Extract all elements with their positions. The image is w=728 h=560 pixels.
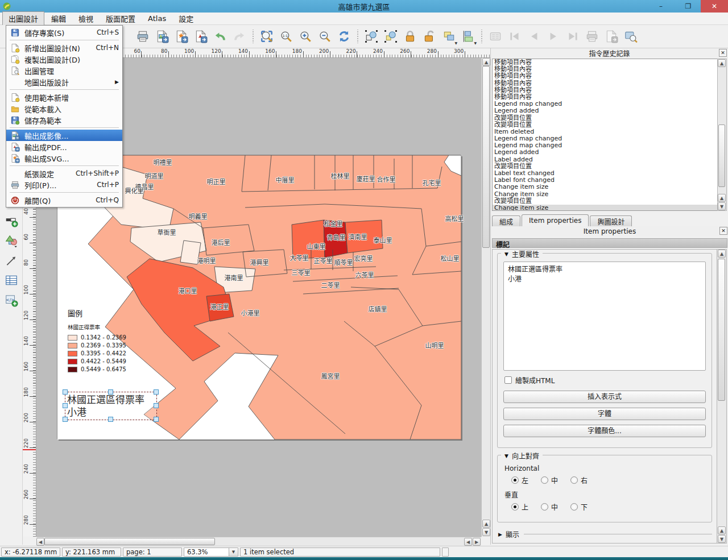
move-content-button[interactable] xyxy=(381,27,400,45)
history-row[interactable]: 改變項目位置 xyxy=(493,115,717,122)
menu-item-11[interactable]: 輸出成SVG... xyxy=(6,152,122,164)
add-html-button[interactable]: </> xyxy=(2,291,21,309)
tab-1[interactable]: 組成 xyxy=(492,215,520,226)
tab-3[interactable]: 輿圖設計 xyxy=(590,215,632,226)
menu-item-1[interactable]: 儲存專案(S)Ctrl+S xyxy=(6,27,122,38)
print-button[interactable] xyxy=(133,27,152,45)
add-scalebar-button[interactable] xyxy=(2,211,21,230)
add-shape-button[interactable] xyxy=(2,231,21,250)
font-button[interactable]: 字體 xyxy=(503,408,706,420)
horizontal-radio-1[interactable] xyxy=(511,476,519,484)
unlock-items-button[interactable] xyxy=(420,27,439,45)
atlas-settings-button[interactable] xyxy=(621,27,640,45)
render-html-checkbox[interactable] xyxy=(504,376,512,384)
ruler-number: 280 xyxy=(23,515,29,525)
vertical-radio-2[interactable] xyxy=(541,503,548,511)
menubar-item-2[interactable]: 編輯 xyxy=(46,12,72,25)
atlas-prev-button[interactable] xyxy=(524,27,544,45)
collapsed-section-1[interactable]: ▶顯示 xyxy=(498,529,712,539)
menu-item-4[interactable]: 出圖管理 xyxy=(6,65,122,76)
history-close-icon[interactable]: ✕ xyxy=(719,49,727,57)
item-properties-close-icon[interactable]: ✕ xyxy=(719,227,727,235)
zoom-in-button[interactable] xyxy=(296,27,315,45)
village-label: 順苓里 xyxy=(334,258,353,267)
vertical-radio-1[interactable] xyxy=(511,503,519,511)
selection-handle[interactable] xyxy=(108,389,113,395)
atlas-export-button[interactable] xyxy=(602,27,621,45)
label-text-input[interactable]: 林國正選區得票率 小港 xyxy=(503,262,706,371)
selected-label-item[interactable]: 林國正選區得票率 小港 xyxy=(65,392,157,420)
history-row[interactable]: 移動項目內容 xyxy=(493,73,717,80)
history-row[interactable]: Change item size xyxy=(493,184,717,190)
select-item-button[interactable] xyxy=(362,27,381,45)
font-color-button[interactable]: 字體顏色... xyxy=(503,425,706,437)
menu-item-8[interactable]: 儲存為範本 xyxy=(6,114,122,126)
selection-handle[interactable] xyxy=(108,417,113,422)
lock-items-button[interactable] xyxy=(400,27,420,45)
menu-item-7[interactable]: 從範本載入 xyxy=(6,103,122,114)
zoom-level-combobox[interactable]: 63.3% ▼ xyxy=(184,547,238,557)
menu-item-14[interactable]: 離開(Q)Ctrl+Q xyxy=(6,194,122,206)
history-row[interactable]: Change item size xyxy=(493,191,717,198)
raise-items-button[interactable]: ▼ xyxy=(439,27,458,45)
history-scrollbar[interactable]: ▲ ▲ ▼ xyxy=(717,59,727,211)
menu-item-12[interactable]: 紙張設定Ctrl+Shift+P xyxy=(6,168,122,179)
zoom-full-button[interactable] xyxy=(257,27,276,45)
selection-handle[interactable] xyxy=(154,403,159,408)
menubar-item-6[interactable]: 設定 xyxy=(173,12,199,25)
menu-item-5[interactable]: 地圖出版設計▶ xyxy=(6,76,122,88)
horizontal-radio-3[interactable] xyxy=(570,476,578,484)
zoom-actual-button[interactable]: 1:1 xyxy=(276,27,296,45)
align-items-button[interactable]: ▼ xyxy=(458,27,478,45)
export-svg-button[interactable] xyxy=(172,27,191,45)
add-table-button[interactable] xyxy=(2,271,21,289)
horizontal-radio-2[interactable] xyxy=(541,476,548,484)
vertical-radio-3[interactable] xyxy=(570,503,578,511)
selection-handle[interactable] xyxy=(63,389,68,395)
maximize-button[interactable]: ❐ xyxy=(676,0,701,13)
menu-item-13[interactable]: 列印(P)...Ctrl+P xyxy=(6,179,122,190)
add-arrow-button[interactable] xyxy=(2,251,21,269)
undo-button[interactable] xyxy=(210,27,230,45)
legend-item[interactable]: 圖例 林國正得票率 0.1342 - 0.23690.2369 - 0.3395… xyxy=(68,308,126,374)
redo-button[interactable] xyxy=(230,27,249,45)
menu-item-9[interactable]: 輸出成影像... xyxy=(6,130,122,141)
history-row[interactable]: Label added xyxy=(493,156,717,163)
menu-item-6[interactable]: 使用範本新增 xyxy=(6,92,122,103)
minimize-button[interactable]: – xyxy=(648,0,673,13)
menubar-item-5[interactable]: Atlas xyxy=(142,13,172,24)
close-button[interactable]: ✕ xyxy=(701,0,728,13)
zoom-out-button[interactable] xyxy=(315,27,334,45)
selection-handle[interactable] xyxy=(63,403,68,408)
menubar-item-4[interactable]: 版面配置 xyxy=(100,12,141,25)
menubar-item-1[interactable]: 出圖設計 xyxy=(2,11,44,26)
history-row[interactable]: Legend added xyxy=(493,107,717,114)
history-row[interactable]: 移動項目內容 xyxy=(493,80,717,87)
canvas-horizontal-scrollbar[interactable]: ◀ ◀ ▶ xyxy=(36,537,481,546)
atlas-preview-button[interactable] xyxy=(486,27,505,45)
selection-handle[interactable] xyxy=(154,389,159,395)
atlas-last-button[interactable] xyxy=(563,27,582,45)
selection-handle[interactable] xyxy=(63,417,68,422)
atlas-print-button[interactable] xyxy=(582,27,602,45)
refresh-button[interactable] xyxy=(334,27,354,45)
canvas-vertical-scrollbar[interactable]: ▲ ▲ ▼ xyxy=(481,58,490,537)
menubar-item-3[interactable]: 檢視 xyxy=(73,12,99,25)
command-history-list[interactable]: 移動項目內容移動項目內容移動項目內容移動項目內容移動項目內容移動項目內容Lege… xyxy=(492,59,718,211)
main-properties-header[interactable]: ▼主要屬性 xyxy=(501,249,543,259)
alignment-header[interactable]: ▼向上對齊 xyxy=(501,451,543,461)
chevron-down-icon[interactable]: ▼ xyxy=(229,548,238,556)
tab-2[interactable]: Item properties xyxy=(522,214,589,226)
export-image-button[interactable] xyxy=(152,27,172,45)
menu-item-10[interactable]: 輸出成PDF... xyxy=(6,141,122,152)
selection-handle[interactable] xyxy=(154,417,159,422)
export-pdf-button[interactable] xyxy=(191,27,210,45)
menu-item-3[interactable]: 複製出圖設計(D) xyxy=(6,53,122,65)
insert-expression-button[interactable]: 插入表示式 xyxy=(503,391,706,403)
history-row[interactable]: Legend added xyxy=(493,149,717,156)
atlas-next-button[interactable] xyxy=(544,27,563,45)
item-properties-scrollbar[interactable]: ▲ ▲ ▼ xyxy=(717,249,727,544)
atlas-first-button[interactable] xyxy=(505,27,524,45)
menu-item-2[interactable]: 新增出圖設計(N)Ctrl+N xyxy=(6,42,122,53)
history-row[interactable]: Change item size xyxy=(493,205,717,211)
